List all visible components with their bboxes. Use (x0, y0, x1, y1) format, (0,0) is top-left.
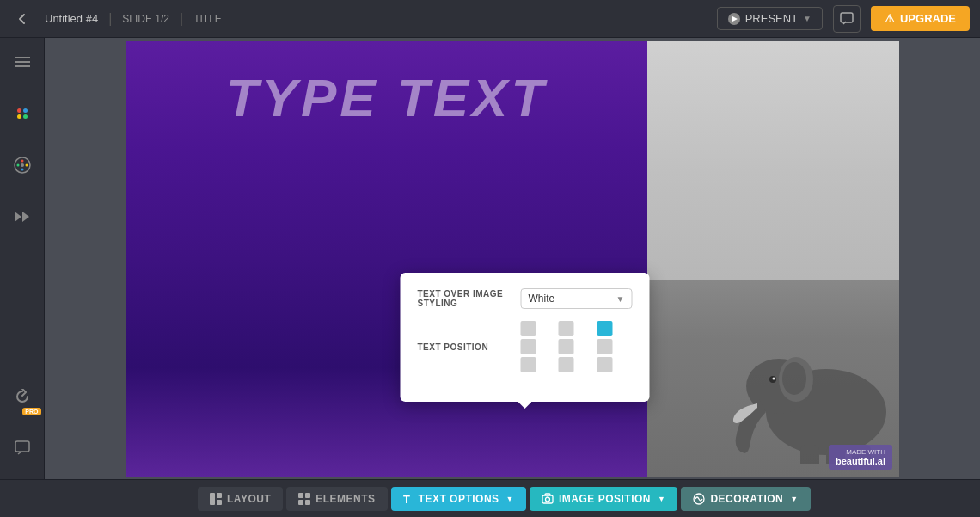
svg-point-8 (25, 164, 28, 167)
slide-type: TITLE (193, 13, 222, 25)
slide-number: SLIDE 1/2 (122, 13, 169, 25)
position-cell-8[interactable] (559, 357, 574, 372)
text-icon: T (403, 493, 413, 505)
svg-point-18 (782, 362, 806, 395)
svg-rect-32 (542, 495, 553, 503)
sidebar-item-animations[interactable] (7, 201, 38, 232)
camera-icon (542, 493, 554, 505)
slide: TYPE TEXT (126, 41, 899, 477)
svg-rect-2 (841, 13, 853, 22)
slide-title[interactable]: TYPE TEXT (226, 67, 548, 128)
text-options-popup: TEXT OVER IMAGE STYLING White ▼ TEXT POS… (401, 273, 650, 402)
image-position-button[interactable]: IMAGE POSITION ▼ (530, 487, 677, 511)
sidebar-item-comments[interactable] (7, 433, 38, 464)
svg-point-7 (21, 160, 23, 163)
comment-button[interactable] (833, 5, 861, 33)
position-cell-9[interactable] (597, 357, 612, 372)
styling-select[interactable]: White ▼ (521, 288, 633, 309)
position-label: TEXT POSITION (418, 342, 512, 352)
position-cell-1[interactable] (521, 321, 536, 336)
svg-point-9 (21, 169, 23, 171)
layout-button[interactable]: LAYOUT (198, 487, 283, 511)
text-options-button[interactable]: T TEXT OPTIONS ▼ (391, 487, 526, 511)
svg-rect-24 (210, 493, 215, 505)
svg-rect-27 (298, 493, 303, 498)
position-cell-7[interactable] (521, 357, 536, 372)
back-button[interactable] (10, 7, 34, 31)
elements-button[interactable]: ELEMENTS (286, 487, 387, 511)
sidebar-item-menu[interactable] (7, 46, 38, 77)
select-arrow-icon: ▼ (616, 294, 625, 304)
canvas-area: TYPE TEXT (45, 38, 980, 479)
position-row: TEXT POSITION (418, 321, 633, 372)
doc-title: Untitled #4 (45, 12, 98, 25)
main-area: PRO TYPE TEXT (0, 38, 980, 479)
layout-icon (210, 493, 222, 505)
elephant-image (647, 41, 899, 477)
decoration-button[interactable]: DECORATION ▼ (681, 487, 810, 511)
sidebar-item-refresh-pro[interactable]: PRO (7, 381, 38, 412)
svg-rect-29 (298, 500, 303, 505)
position-cell-6[interactable] (597, 339, 612, 354)
decoration-icon (693, 493, 705, 505)
svg-text:T: T (403, 493, 410, 505)
svg-marker-12 (15, 212, 21, 222)
svg-rect-30 (305, 500, 310, 505)
sidebar-item-multicolor[interactable] (7, 98, 38, 129)
svg-point-10 (16, 164, 19, 167)
sidebar: PRO (0, 38, 45, 479)
styling-row: TEXT OVER IMAGE STYLING White ▼ (418, 288, 633, 309)
svg-point-23 (773, 377, 775, 379)
position-cell-4[interactable] (521, 339, 536, 354)
upgrade-button[interactable]: ⚠ UPGRADE (871, 6, 970, 31)
watermark: MADE WITH beautiful.ai (829, 445, 892, 470)
svg-point-11 (21, 163, 24, 167)
present-button[interactable]: PRESENT ▼ (717, 7, 823, 30)
position-grid (521, 321, 633, 372)
svg-rect-19 (800, 445, 819, 464)
slide-right-panel: MADE WITH beautiful.ai (647, 41, 899, 477)
top-bar: Untitled #4 | SLIDE 1/2 | TITLE PRESENT … (0, 0, 980, 38)
sidebar-item-palette[interactable] (7, 150, 38, 181)
position-cell-5[interactable] (559, 339, 574, 354)
elephant-svg (732, 317, 899, 464)
pro-badge: PRO (22, 408, 40, 415)
styling-label: TEXT OVER IMAGE STYLING (418, 289, 512, 308)
svg-rect-28 (305, 493, 310, 498)
svg-rect-26 (217, 500, 222, 505)
svg-rect-14 (15, 441, 29, 452)
svg-rect-25 (217, 493, 222, 498)
slide-left-panel: TYPE TEXT (126, 41, 647, 477)
position-cell-2[interactable] (559, 321, 574, 336)
position-cell-3[interactable] (597, 321, 612, 336)
bottom-toolbar: LAYOUT ELEMENTS T TEXT OPTIONS ▼ IMAGE P… (0, 479, 980, 517)
elements-icon (298, 493, 310, 505)
svg-point-33 (546, 497, 550, 502)
svg-marker-13 (22, 212, 29, 222)
